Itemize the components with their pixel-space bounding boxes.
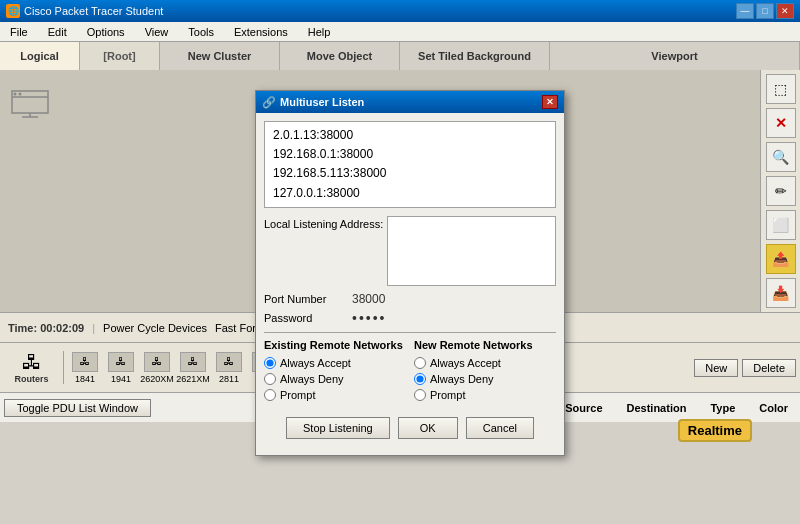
dialog-title-icon: 🔗	[262, 96, 276, 109]
right-btn-select[interactable]: ⬚	[766, 74, 796, 104]
new-networks-title: New Remote Networks	[414, 339, 556, 351]
separator	[264, 332, 556, 333]
right-panel: ⬚ ✕ 🔍 ✏ ⬜ 📤 📥	[760, 70, 800, 312]
existing-prompt-radio[interactable]	[264, 389, 276, 401]
svg-rect-0	[12, 91, 48, 113]
new-always-deny-radio[interactable]	[414, 373, 426, 385]
toggle-pdu-button[interactable]: Toggle PDU List Window	[4, 399, 151, 417]
local-address-input[interactable]	[387, 216, 556, 286]
stop-listening-button[interactable]: Stop Listening	[286, 417, 390, 439]
address-item-3: 127.0.0.1:38000	[273, 184, 547, 203]
ok-button[interactable]: OK	[398, 417, 458, 439]
toolbar: Logical [Root] New Cluster Move Object S…	[0, 42, 800, 70]
device-label-2811: 2811	[219, 374, 239, 384]
title-bar-left: 🌐 Cisco Packet Tracer Student	[6, 4, 163, 18]
dialog-body: 2.0.1.13:38000 192.168.0.1:38000 192.168…	[256, 113, 564, 455]
toolbar-move-object[interactable]: Move Object	[280, 42, 400, 70]
local-section: Local Listening Address:	[264, 216, 556, 286]
address-item-1: 192.168.0.1:38000	[273, 145, 547, 164]
device-item-1841[interactable]: 🖧 1841	[68, 348, 102, 388]
existing-always-accept-radio[interactable]	[264, 357, 276, 369]
dialog-title-left: 🔗 Multiuser Listen	[262, 96, 364, 109]
toolbar-root[interactable]: [Root]	[80, 42, 160, 70]
power-cycle: Power Cycle Devices	[103, 322, 207, 334]
toolbar-new-cluster[interactable]: New Cluster	[160, 42, 280, 70]
realtime-badge-container: Realtime	[678, 419, 752, 442]
svg-point-2	[14, 93, 17, 96]
existing-always-deny-radio[interactable]	[264, 373, 276, 385]
device-item-2620xm[interactable]: 🖧 2620XM	[140, 348, 174, 388]
workspace-icon	[5, 78, 55, 123]
device-img-1941: 🖧	[108, 352, 134, 372]
title-bar: 🌐 Cisco Packet Tracer Student — □ ✕	[0, 0, 800, 22]
toolbar-set-tiled[interactable]: Set Tiled Background	[400, 42, 550, 70]
new-prompt-row: Prompt	[414, 389, 556, 401]
canvas-wrapper: 🔗 Multiuser Listen ✕ 2.0.1.13:38000 192.…	[0, 70, 800, 312]
menu-edit[interactable]: Edit	[42, 24, 73, 40]
delete-pdu-button[interactable]: Delete	[742, 359, 796, 377]
toolbar-logical[interactable]: Logical	[0, 42, 80, 70]
menu-extensions[interactable]: Extensions	[228, 24, 294, 40]
pdu-color-header: Color	[759, 402, 788, 414]
dialog-close-button[interactable]: ✕	[542, 95, 558, 109]
right-btn-pencil[interactable]: ✏	[766, 176, 796, 206]
dialog-buttons: Stop Listening OK Cancel	[264, 413, 556, 447]
networks-section: Existing Remote Networks Always Accept A…	[264, 339, 556, 405]
port-row: Port Number 38000	[264, 292, 556, 306]
password-label: Password	[264, 312, 344, 324]
right-btn-zoom[interactable]: 🔍	[766, 142, 796, 172]
device-item-2621xm[interactable]: 🖧 2621XM	[176, 348, 210, 388]
routers-section: 🖧 Routers	[4, 351, 64, 384]
pdu-dest-header: Destination	[627, 402, 687, 414]
right-btn-download[interactable]: 📥	[766, 278, 796, 308]
address-list: 2.0.1.13:38000 192.168.0.1:38000 192.168…	[264, 121, 556, 208]
menu-options[interactable]: Options	[81, 24, 131, 40]
local-label: Local Listening Address:	[264, 216, 383, 286]
new-prompt-radio[interactable]	[414, 389, 426, 401]
app-title: Cisco Packet Tracer Student	[24, 5, 163, 17]
right-btn-rect[interactable]: ⬜	[766, 210, 796, 240]
pdu-type-header: Type	[710, 402, 735, 414]
dialog-title: 🔗 Multiuser Listen ✕	[256, 91, 564, 113]
new-always-deny-row: Always Deny	[414, 373, 556, 385]
device-img-2620xm: 🖧	[144, 352, 170, 372]
routers-label: Routers	[14, 374, 48, 384]
svg-point-3	[19, 93, 22, 96]
new-networks-group: New Remote Networks Always Accept Always…	[414, 339, 556, 405]
toolbar-viewport[interactable]: Viewport	[550, 42, 800, 70]
right-btn-upload[interactable]: 📤	[766, 244, 796, 274]
existing-always-deny-label[interactable]: Always Deny	[280, 373, 344, 385]
right-btn-delete[interactable]: ✕	[766, 108, 796, 138]
address-item-2: 192.168.5.113:38000	[273, 164, 547, 183]
realtime-badge: Realtime	[678, 419, 752, 442]
close-button[interactable]: ✕	[776, 3, 794, 19]
device-item-2811[interactable]: 🖧 2811	[212, 348, 246, 388]
new-pdu-button[interactable]: New	[694, 359, 738, 377]
device-label-2621xm: 2621XM	[176, 374, 210, 384]
menu-file[interactable]: File	[4, 24, 34, 40]
device-item-1941[interactable]: 🖧 1941	[104, 348, 138, 388]
menu-tools[interactable]: Tools	[182, 24, 220, 40]
new-always-accept-radio[interactable]	[414, 357, 426, 369]
existing-networks-group: Existing Remote Networks Always Accept A…	[264, 339, 406, 405]
maximize-button[interactable]: □	[756, 3, 774, 19]
password-value: •••••	[352, 310, 387, 326]
new-always-deny-label[interactable]: Always Deny	[430, 373, 494, 385]
minimize-button[interactable]: —	[736, 3, 754, 19]
new-always-accept-label[interactable]: Always Accept	[430, 357, 501, 369]
pdu-actions: New Delete	[694, 359, 796, 377]
menu-bar: File Edit Options View Tools Extensions …	[0, 22, 800, 42]
routers-icon: 🖧	[22, 351, 42, 374]
menu-help[interactable]: Help	[302, 24, 337, 40]
dialog-title-text: Multiuser Listen	[280, 96, 364, 108]
new-always-accept-row: Always Accept	[414, 357, 556, 369]
address-item-0: 2.0.1.13:38000	[273, 126, 547, 145]
existing-prompt-label[interactable]: Prompt	[280, 389, 315, 401]
app-icon: 🌐	[6, 4, 20, 18]
menu-view[interactable]: View	[139, 24, 175, 40]
existing-always-accept-label[interactable]: Always Accept	[280, 357, 351, 369]
cancel-button[interactable]: Cancel	[466, 417, 534, 439]
multiuser-dialog: 🔗 Multiuser Listen ✕ 2.0.1.13:38000 192.…	[255, 90, 565, 456]
device-img-2621xm: 🖧	[180, 352, 206, 372]
new-prompt-label[interactable]: Prompt	[430, 389, 465, 401]
